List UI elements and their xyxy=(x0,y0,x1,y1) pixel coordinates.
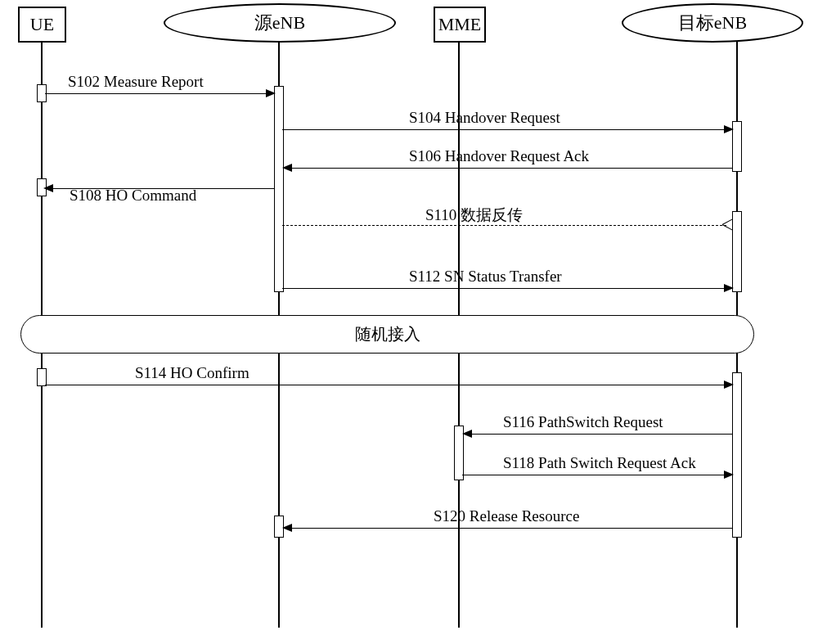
actor-target-enb-label: 目标eNB xyxy=(678,11,747,35)
label-s120: S120 Release Resource xyxy=(434,507,579,525)
arrowhead-s108 xyxy=(43,184,53,192)
arrowhead-s118 xyxy=(724,471,734,479)
actor-ue-label: UE xyxy=(30,14,54,35)
fragment-random-access: 随机接入 xyxy=(20,315,754,354)
arrowhead-s106 xyxy=(282,164,292,172)
actor-source-enb: 源eNB xyxy=(164,3,396,43)
label-s108: S108 HO Command xyxy=(70,187,196,205)
sequence-diagram: UE 源eNB MME 目标eNB S102 Measure Report S1… xyxy=(0,0,818,644)
actor-target-enb: 目标eNB xyxy=(622,3,803,43)
arrow-s106 xyxy=(288,168,732,169)
arrowhead-s114 xyxy=(724,381,734,389)
arrowhead-s112 xyxy=(724,284,734,292)
label-s106: S106 Handover Request Ack xyxy=(409,147,589,165)
arrowhead-s120 xyxy=(282,524,292,532)
arrow-s114 xyxy=(45,385,726,385)
arrow-s104 xyxy=(282,129,726,130)
label-s114: S114 HO Confirm xyxy=(135,364,249,382)
arrowhead-s102 xyxy=(266,89,276,97)
label-s112: S112 SN Status Transfer xyxy=(409,268,562,286)
label-s110: S110 数据反传 xyxy=(425,205,523,226)
actor-mme: MME xyxy=(434,7,486,43)
arrow-s118 xyxy=(462,475,726,475)
label-s116: S116 PathSwitch Request xyxy=(503,413,663,431)
arrowhead-s104 xyxy=(724,125,734,133)
label-s104: S104 Handover Request xyxy=(409,109,560,127)
arrow-s112 xyxy=(282,288,726,289)
arrowhead-s116 xyxy=(462,430,472,438)
arrow-s116 xyxy=(468,434,732,435)
arrow-s102 xyxy=(45,93,267,94)
arrow-s120 xyxy=(288,528,732,529)
actor-mme-label: MME xyxy=(438,14,482,35)
label-s118: S118 Path Switch Request Ack xyxy=(503,454,696,472)
activation-ue-3 xyxy=(37,368,47,386)
actor-source-enb-label: 源eNB xyxy=(254,11,305,35)
actor-ue: UE xyxy=(18,7,66,43)
activation-target-enb-3 xyxy=(732,372,742,538)
activation-source-enb-1 xyxy=(274,86,284,292)
activation-target-enb-2 xyxy=(732,211,742,292)
arrowhead-s110 xyxy=(722,220,732,230)
fragment-random-access-label: 随机接入 xyxy=(355,323,420,345)
label-s102: S102 Measure Report xyxy=(68,73,204,91)
